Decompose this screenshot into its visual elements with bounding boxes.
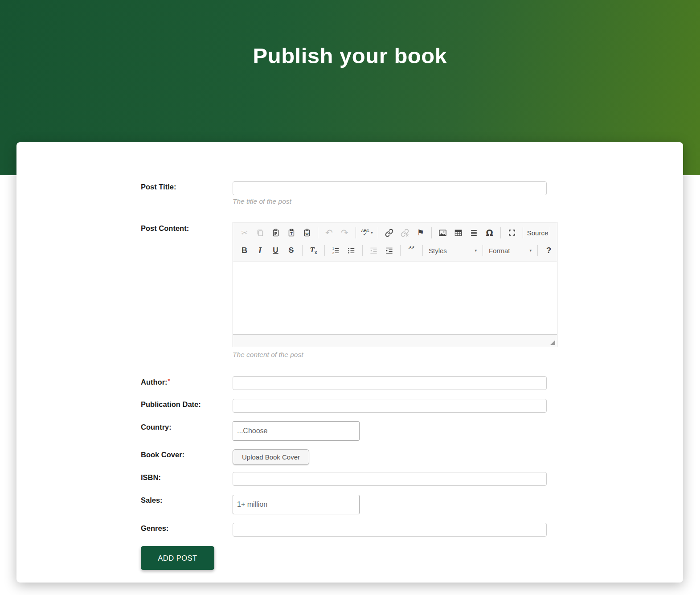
toolbar-separator: [378, 227, 378, 238]
toolbar-separator: [422, 245, 423, 256]
post-title-helper: The title of the post: [233, 197, 291, 205]
image-icon[interactable]: [435, 226, 450, 239]
editor-resize-handle[interactable]: [550, 340, 555, 345]
paste-from-word-icon[interactable]: W: [299, 226, 315, 239]
horizontal-rule-icon[interactable]: [466, 226, 482, 239]
form-card: Post Title: The title of the post Post C…: [16, 142, 683, 583]
italic-icon[interactable]: I: [252, 244, 268, 257]
publication-date-label: Publication Date:: [141, 400, 201, 409]
chevron-down-icon: ▾: [371, 230, 373, 235]
toolbar-separator: [362, 245, 363, 256]
indent-icon[interactable]: [381, 244, 397, 257]
page-title: Publish your book: [0, 0, 700, 68]
toolbar-row-2: B I U S Tx 12: [237, 242, 553, 259]
source-button[interactable]: Source: [526, 226, 547, 239]
sales-select[interactable]: 1+ million: [233, 495, 360, 514]
toolbar-separator: [483, 245, 483, 256]
strikethrough-icon[interactable]: S: [283, 244, 299, 257]
genres-label: Genres:: [141, 524, 168, 533]
genres-input[interactable]: [233, 523, 547, 537]
rich-text-editor: ✂ T W ↶ ↷: [233, 222, 557, 347]
toolbar-separator: [500, 227, 501, 238]
svg-text:W: W: [305, 232, 309, 236]
chevron-down-icon: ▾: [475, 248, 477, 253]
upload-book-cover-button[interactable]: Upload Book Cover: [233, 449, 309, 465]
spellcheck-icon[interactable]: ABC ✓ ▾: [359, 226, 375, 239]
underline-icon[interactable]: U: [268, 244, 283, 257]
unlink-icon[interactable]: [397, 226, 413, 239]
toolbar-separator: [302, 245, 303, 256]
toolbar-separator: [431, 227, 432, 238]
publication-date-input[interactable]: [233, 399, 547, 413]
blockquote-icon[interactable]: ”: [404, 244, 419, 257]
format-dropdown[interactable]: Format ▾: [486, 244, 534, 257]
editor-toolbar: ✂ T W ↶ ↷: [233, 222, 557, 262]
isbn-label: ISBN:: [141, 473, 161, 482]
post-content-label: Post Content:: [141, 224, 189, 233]
svg-text:1: 1: [332, 247, 334, 250]
link-icon[interactable]: [381, 226, 397, 239]
bulleted-list-icon[interactable]: [344, 244, 359, 257]
copy-icon[interactable]: [252, 226, 268, 239]
post-content-helper: The content of the post: [233, 351, 303, 359]
undo-icon[interactable]: ↶: [321, 226, 337, 239]
required-asterisk: *: [168, 378, 170, 384]
anchor-flag-icon[interactable]: ⚑: [413, 226, 428, 239]
country-select[interactable]: ...Choose: [233, 421, 360, 441]
numbered-list-icon[interactable]: 12: [328, 244, 344, 257]
toolbar-separator: [400, 245, 401, 256]
toolbar-separator: [318, 227, 318, 238]
toolbar-separator: [324, 245, 325, 256]
svg-text:T: T: [290, 231, 293, 236]
redo-icon[interactable]: ↷: [337, 226, 352, 239]
country-label: Country:: [141, 423, 172, 431]
paste-icon[interactable]: [268, 226, 283, 239]
post-title-label: Post Title:: [141, 183, 176, 191]
editor-status-bar: [233, 334, 557, 347]
toolbar-separator: [537, 245, 538, 256]
remove-format-icon[interactable]: Tx: [306, 244, 321, 257]
publish-book-page: Publish your book Post Title: The title …: [0, 0, 700, 595]
chevron-down-icon: ▾: [529, 248, 532, 253]
sales-label: Sales:: [141, 496, 163, 505]
book-cover-label: Book Cover:: [141, 451, 184, 459]
special-char-icon[interactable]: Ω: [482, 226, 497, 239]
table-icon[interactable]: [450, 226, 466, 239]
paste-as-text-icon[interactable]: T: [283, 226, 299, 239]
author-input[interactable]: [233, 376, 547, 390]
toolbar-separator: [523, 227, 523, 238]
isbn-input[interactable]: [233, 472, 547, 486]
editor-content-area[interactable]: [233, 262, 557, 334]
about-help-icon[interactable]: ?: [541, 244, 557, 257]
toolbar-row-1: ✂ T W ↶ ↷: [237, 224, 553, 242]
svg-text:2: 2: [332, 251, 334, 254]
outdent-icon[interactable]: [366, 244, 381, 257]
author-label: Author:*: [141, 378, 170, 386]
bold-icon[interactable]: B: [237, 244, 252, 257]
cut-icon[interactable]: ✂: [237, 226, 252, 239]
toolbar-separator: [356, 227, 356, 238]
toolbar-separator: [550, 227, 550, 238]
post-title-input[interactable]: [233, 181, 547, 195]
maximize-icon[interactable]: [504, 226, 520, 239]
add-post-button[interactable]: ADD POST: [141, 546, 214, 570]
styles-dropdown[interactable]: Styles ▾: [426, 244, 479, 257]
